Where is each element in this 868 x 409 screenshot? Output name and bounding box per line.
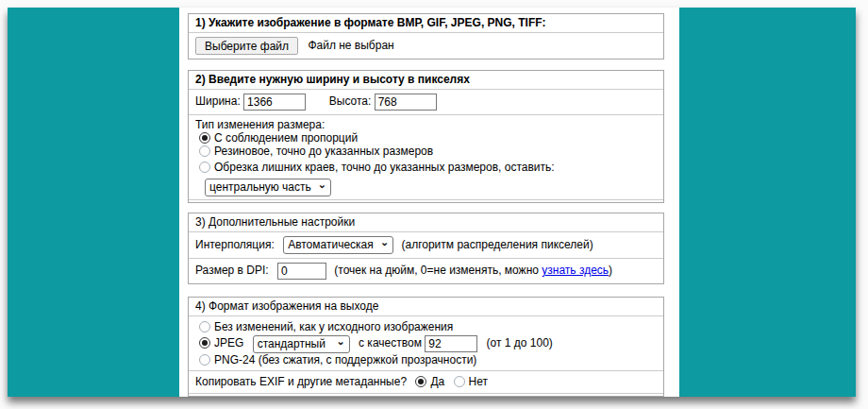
jpeg-quality-input[interactable] (425, 335, 477, 352)
exif-no-label[interactable]: Нет (469, 375, 488, 388)
exif-question: Копировать EXIF и другие метаданные? (195, 375, 407, 388)
resize-option-proportional[interactable]: С соблюдением пропорций (195, 131, 657, 145)
resize-option-label[interactable]: Обрезка лишних краев, точно до указанных… (214, 161, 555, 174)
exif-row: Копировать EXIF и другие метаданные? Да … (189, 370, 663, 393)
resize-option-stretch[interactable]: Резиновое, точно до указанных размеров (195, 145, 657, 158)
height-input[interactable] (375, 94, 437, 111)
form-column: 1) Укажите изображение в формате BMP, GI… (179, 8, 679, 397)
interpolation-hint: (алгоритм распределения пикселей) (401, 238, 593, 251)
radio-unchecked-icon[interactable] (454, 376, 465, 387)
section-upload-title: 1) Укажите изображение в формате BMP, GI… (189, 14, 663, 32)
file-input-row: Выберите файл Файл не выбран (189, 32, 663, 59)
divider (189, 393, 663, 396)
dpi-hint-prefix: (точек на дюйм, 0=не изменять, можно (334, 264, 539, 277)
radio-unchecked-icon[interactable] (199, 162, 210, 173)
jpeg-preset-select-wrap: стандартный (253, 334, 350, 353)
crop-keep-select[interactable]: центральную часть (205, 179, 331, 196)
file-status-text: Файл не выбран (308, 39, 393, 52)
resize-type-label: Тип изменения размера: (195, 118, 657, 131)
resize-option-label[interactable]: С соблюдением пропорций (214, 131, 358, 145)
interpolation-label: Интерполяция: (195, 238, 275, 251)
dpi-input[interactable] (277, 263, 326, 280)
section-output-title: 4) Формат изображения на выходе (189, 298, 663, 315)
interpolation-select-wrap: Автоматическая (283, 236, 393, 254)
page-background: 1) Укажите изображение в формате BMP, GI… (8, 8, 856, 397)
format-option-label[interactable]: JPEG (214, 336, 243, 349)
radio-unchecked-icon[interactable] (199, 145, 210, 157)
format-option-label[interactable]: Без изменений, как у исходного изображен… (214, 320, 453, 333)
jpeg-quality-label: с качеством (359, 336, 422, 349)
height-label: Высота: (329, 94, 372, 108)
dpi-label: Размер в DPI: (195, 264, 269, 277)
resize-type-group: Тип изменения размера: С соблюдением про… (189, 114, 663, 199)
choose-file-button[interactable]: Выберите файл (195, 37, 298, 55)
width-input[interactable] (243, 94, 306, 111)
jpeg-preset-select[interactable]: стандартный (253, 335, 350, 353)
section-dimensions: 2) Введите нужную ширину и высоту в пикс… (188, 70, 664, 203)
section-upload: 1) Укажите изображение в формате BMP, GI… (188, 13, 664, 60)
resize-option-crop[interactable]: Обрезка лишних краев, точно до указанных… (195, 158, 657, 196)
section-dimensions-title: 2) Введите нужную ширину и высоту в пикс… (189, 71, 663, 89)
divider (189, 199, 663, 202)
dpi-hint: (точек на дюйм, 0=не изменять, можно узн… (334, 264, 612, 277)
exif-yes-label[interactable]: Да (430, 375, 444, 388)
output-format-group: Без изменений, как у исходного изображен… (189, 315, 663, 370)
format-option-unchanged[interactable]: Без изменений, как у исходного изображен… (195, 320, 657, 333)
dpi-hint-suffix: ) (609, 264, 612, 277)
radio-checked-icon[interactable] (199, 337, 210, 349)
dimensions-inputs-row: Ширина: Высота: (189, 89, 663, 114)
exif-yes-option[interactable]: Да (415, 375, 447, 388)
format-option-png[interactable]: PNG-24 (без сжатия, с поддержкой прозрач… (195, 353, 657, 366)
section-advanced: 3) Дополнительные настройки Интерполяция… (188, 213, 664, 284)
interpolation-select[interactable]: Автоматическая (283, 236, 393, 254)
radio-checked-icon[interactable] (415, 376, 426, 387)
jpeg-quality-hint: (от 1 до 100) (487, 336, 553, 349)
format-option-label[interactable]: PNG-24 (без сжатия, с поддержкой прозрач… (214, 353, 476, 366)
width-label: Ширина: (195, 94, 241, 108)
format-option-jpeg[interactable]: JPEG стандартный с качеством (от 1 до 10… (195, 333, 657, 353)
resize-option-label[interactable]: Резиновое, точно до указанных размеров (214, 145, 433, 158)
interpolation-row: Интерполяция: Автоматическая (алгоритм р… (189, 231, 663, 258)
page: 1) Укажите изображение в формате BMP, GI… (0, 0, 868, 409)
dpi-row: Размер в DPI: (точек на дюйм, 0=не измен… (189, 258, 663, 283)
crop-keep-select-wrap: центральную часть (205, 178, 331, 196)
section-advanced-title: 3) Дополнительные настройки (189, 213, 663, 231)
radio-checked-icon[interactable] (199, 132, 210, 144)
radio-unchecked-icon[interactable] (199, 321, 210, 332)
section-output: 4) Формат изображения на выходе Без изме… (188, 297, 664, 397)
dpi-info-link[interactable]: узнать здесь (542, 264, 609, 277)
radio-unchecked-icon[interactable] (199, 354, 210, 366)
exif-no-option[interactable]: Нет (454, 375, 488, 388)
